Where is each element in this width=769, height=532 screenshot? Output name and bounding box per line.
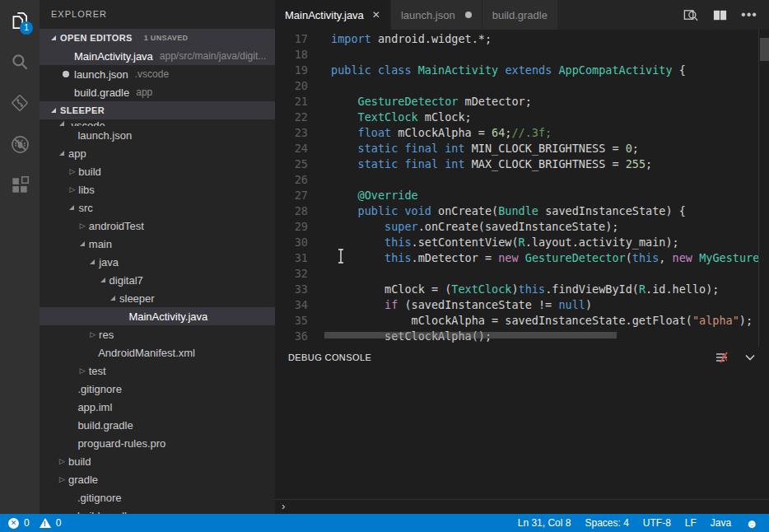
extensions-icon[interactable] xyxy=(0,165,40,206)
tree-item-libs[interactable]: ▷libs xyxy=(40,180,275,198)
code-line[interactable]: 24 static final int MIN_CLOCK_BRIGHTNESS… xyxy=(275,141,769,156)
folder-expanded-icon xyxy=(110,296,115,301)
tab-mainactivity-java[interactable]: MainActivity.java xyxy=(275,0,391,30)
open-preview-icon[interactable] xyxy=(682,7,698,23)
panel-header: DEBUG CONSOLE xyxy=(275,347,769,368)
open-editor-launch-json[interactable]: launch.json.vscode xyxy=(40,65,275,83)
open-editors-header[interactable]: OPEN EDITORS 1 UNSAVED xyxy=(40,29,275,47)
close-panel-chevron-icon[interactable] xyxy=(743,350,757,365)
code-line[interactable]: 19public class MainActivity extends AppC… xyxy=(275,63,769,78)
code-line[interactable]: 20 xyxy=(275,78,769,94)
console-output xyxy=(275,368,769,499)
tree-item-label: .vscode xyxy=(68,119,105,126)
code-line[interactable]: 26 xyxy=(275,172,769,188)
status-cursor-position[interactable]: Ln 31, Col 8 xyxy=(518,517,571,529)
tree-item-vscode[interactable]: .vscode xyxy=(40,119,275,126)
code-line[interactable]: 35 mClockAlpha = savedInstanceState.getF… xyxy=(275,313,769,329)
code-editor[interactable]: 17import android.widget.*;1819public cla… xyxy=(275,30,769,347)
code-line[interactable]: 25 static final int MAX_CLOCK_BRIGHTNESS… xyxy=(275,156,769,172)
project-section-header[interactable]: SLEEPER xyxy=(40,101,275,119)
tree-item-build[interactable]: ▷build xyxy=(40,162,275,180)
tree-item-app[interactable]: app xyxy=(40,144,275,162)
code-line[interactable]: 23 float mClockAlpha = 64;//.3f; xyxy=(275,125,769,141)
code-line[interactable]: 22 TextClock mClock; xyxy=(275,110,769,125)
close-tab-icon[interactable] xyxy=(372,9,380,21)
tree-item-gradle[interactable]: ▷gradle xyxy=(40,470,275,488)
tree-item-build[interactable]: ▷build xyxy=(40,452,275,470)
tree-item-java[interactable]: java xyxy=(40,253,275,271)
code-line[interactable]: 31 this.mDetector = new GestureDetector(… xyxy=(275,250,769,266)
code-line[interactable]: 18 xyxy=(275,47,769,63)
tree-item-src[interactable]: src xyxy=(40,198,275,217)
editor-horizontal-scrollbar[interactable] xyxy=(324,332,617,338)
tree-item-label: java xyxy=(99,256,119,268)
editor-vertical-scrollbar[interactable] xyxy=(758,30,769,347)
line-number: 34 xyxy=(275,297,308,313)
line-text: if (savedInstanceState != null) xyxy=(331,298,592,311)
tree-item-sleeper[interactable]: sleeper xyxy=(40,289,275,307)
folder-expanded-icon xyxy=(69,205,74,210)
feedback-smiley-icon[interactable] xyxy=(745,517,758,530)
code-line[interactable]: 28 public void onCreate(Bundle savedInst… xyxy=(275,203,769,219)
tree-item-androidmanifest-xml[interactable]: AndroidManifest.xml xyxy=(40,343,275,362)
split-editor-icon[interactable] xyxy=(711,7,728,23)
line-number: 32 xyxy=(275,266,308,282)
tab-launch-json[interactable]: launch.json xyxy=(391,0,482,30)
tree-item-digital7[interactable]: digital7 xyxy=(40,271,275,289)
tree-item-app-iml[interactable]: app.iml xyxy=(40,398,275,416)
tab-modified-dot-icon xyxy=(465,12,472,18)
editor-group: MainActivity.javalaunch.jsonbuild.gradle xyxy=(275,0,769,514)
tab-build-gradle[interactable]: build.gradle xyxy=(482,0,558,30)
folder-expanded-icon xyxy=(90,259,95,264)
status-language-mode[interactable]: Java xyxy=(711,517,731,529)
tree-item-test[interactable]: ▷test xyxy=(40,362,275,380)
line-text: public void onCreate(Bundle savedInstanc… xyxy=(331,204,686,217)
tab-label: build.gradle xyxy=(492,9,548,21)
code-line[interactable]: 32 xyxy=(275,266,769,282)
search-icon[interactable] xyxy=(0,41,40,82)
folder-expanded-icon xyxy=(100,278,105,282)
code-line[interactable]: 27 @Override xyxy=(275,188,769,203)
scrollbar-thumb[interactable] xyxy=(760,38,769,61)
status-right: Ln 31, Col 8Spaces: 4UTF-8LFJava xyxy=(518,517,769,530)
tree-item-gitignore[interactable]: .gitignore xyxy=(40,380,275,398)
problems-status[interactable]: 0 0 xyxy=(0,517,61,529)
tree-item-mainactivity-java[interactable]: MainActivity.java xyxy=(40,307,275,325)
tree-item-launch-json[interactable]: launch.json xyxy=(40,126,275,144)
status-eol[interactable]: LF xyxy=(685,517,697,529)
code-line[interactable]: 29 super.onCreate(savedInstanceState); xyxy=(275,219,769,235)
explorer-icon[interactable]: 1 xyxy=(0,0,40,41)
tree-item-label: MainActivity.java xyxy=(128,310,207,323)
console-input[interactable]: › xyxy=(275,499,769,514)
code-line[interactable]: 21 GestureDetector mDetector; xyxy=(275,94,769,110)
open-editors-label: OPEN EDITORS xyxy=(60,33,133,43)
tree-item-label: sleeper xyxy=(119,292,155,305)
line-number: 29 xyxy=(275,219,308,235)
open-editor-build-gradle[interactable]: build.gradleapp xyxy=(40,83,275,101)
code-line[interactable]: 34 if (savedInstanceState != null) xyxy=(275,297,769,313)
debug-icon[interactable] xyxy=(0,124,40,165)
tree-item-proguard-rules-pro[interactable]: proguard-rules.pro xyxy=(40,434,275,452)
status-encoding[interactable]: UTF-8 xyxy=(643,517,671,529)
tree-item-main[interactable]: main xyxy=(40,235,275,253)
tree-item-gitignore[interactable]: .gitignore xyxy=(40,488,275,506)
tree-item-build-gradle[interactable]: build.gradle xyxy=(40,506,275,514)
panel-title: DEBUG CONSOLE xyxy=(288,352,371,362)
code-line[interactable]: 30 this.setContentView(R.layout.activity… xyxy=(275,235,769,250)
open-editors-list: MainActivity.javaapp/src/main/java/digit… xyxy=(40,47,275,101)
line-number: 19 xyxy=(275,63,308,78)
section-expanded-icon xyxy=(51,108,56,113)
tree-item-res[interactable]: ▷res xyxy=(40,325,275,343)
clear-console-icon[interactable] xyxy=(715,350,729,365)
tree-item-build-gradle[interactable]: build.gradle xyxy=(40,416,275,434)
more-actions-icon[interactable]: ••• xyxy=(741,7,757,23)
tree-item-androidtest[interactable]: ▷androidTest xyxy=(40,217,275,235)
source-control-icon[interactable] xyxy=(0,82,40,124)
status-indentation[interactable]: Spaces: 4 xyxy=(585,517,628,529)
file-tree: .vscodelaunch.jsonapp▷build▷libssrc▷andr… xyxy=(40,119,275,514)
code-line[interactable]: 33 mClock = (TextClock)this.findViewById… xyxy=(275,282,769,297)
tree-item-label: launch.json xyxy=(77,129,132,142)
open-editor-mainactivity-java[interactable]: MainActivity.javaapp/src/main/java/digit… xyxy=(40,47,275,65)
tree-item-label: AndroidManifest.xml xyxy=(98,347,195,359)
code-line[interactable]: 17import android.widget.*; xyxy=(275,31,769,47)
